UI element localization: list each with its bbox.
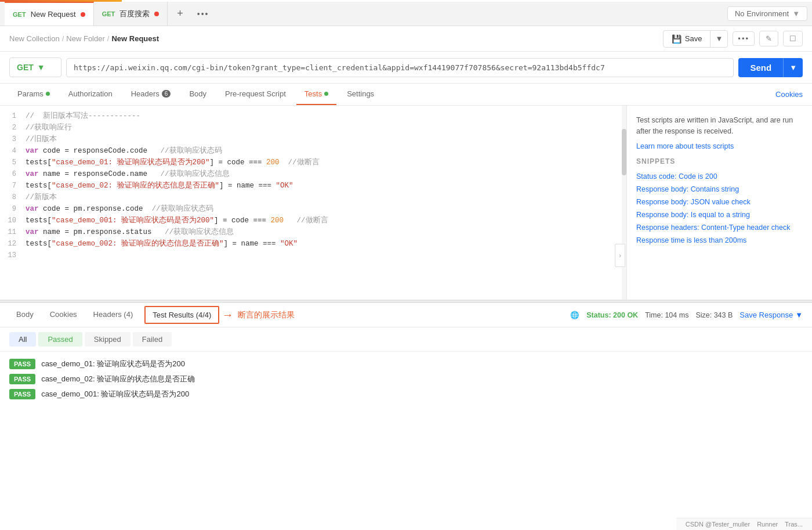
line-content-9: var code = pm.response.code //获取响应状态码: [23, 203, 622, 215]
code-line-2: 2 //获取响应行: [0, 122, 622, 134]
code-line-3: 3 //旧版本: [0, 134, 622, 145]
tab-headers[interactable]: Headers 6: [123, 84, 179, 105]
save-response-button[interactable]: Save Response ▼: [740, 311, 803, 319]
filter-tabs: All Passed Skipped Failed: [0, 327, 812, 352]
snippets-title: SNIPPETS: [636, 157, 803, 165]
pass-badge-2: PASS: [9, 374, 35, 384]
tests-indicator: [324, 92, 328, 96]
line-num-11: 11: [0, 226, 23, 238]
breadcrumb-part2[interactable]: New Folder: [66, 34, 104, 43]
tests-label: Tests: [304, 89, 322, 98]
params-label: Params: [17, 89, 44, 98]
save-label: Save: [685, 34, 702, 43]
globe-icon: 🌐: [570, 311, 579, 319]
line-num-5: 5: [0, 157, 23, 168]
annotation-arrow-icon: →: [222, 308, 233, 322]
filter-skipped[interactable]: Skipped: [85, 332, 130, 347]
filter-failed[interactable]: Failed: [133, 332, 172, 347]
tab-tests[interactable]: Tests: [296, 84, 336, 105]
resp-tab-cookies[interactable]: Cookies: [43, 304, 84, 326]
request-tabs: Params Authorization Headers 6 Body Pre-…: [0, 84, 812, 106]
code-line-13: 13: [0, 250, 622, 261]
tab-body[interactable]: Body: [181, 84, 215, 105]
breadcrumb-part1[interactable]: New Collection: [9, 34, 60, 43]
env-dropdown[interactable]: No Environment ▼: [727, 6, 807, 21]
line-content-2: //获取响应行: [23, 122, 622, 134]
snippet-content-type[interactable]: Response headers: Content-Type header ch…: [636, 221, 803, 234]
prerequest-label: Pre-request Script: [225, 89, 286, 98]
filter-passed[interactable]: Passed: [38, 332, 82, 347]
test-results-list: PASS case_demo_01: 验证响应状态码是否为200 PASS ca…: [0, 352, 812, 411]
send-button[interactable]: Send ▼: [738, 58, 803, 77]
resp-tab-test-results[interactable]: Test Results (4/4): [144, 306, 219, 324]
snippet-response-time[interactable]: Response time is less than 200ms: [636, 234, 803, 247]
authorization-label: Authorization: [68, 89, 113, 98]
code-line-6: 6 var name = responseCode.name //获取响应状态信…: [0, 168, 622, 180]
tab-settings[interactable]: Settings: [339, 84, 382, 105]
headers-label: Headers: [131, 89, 160, 98]
line-num-3: 3: [0, 134, 23, 145]
tab-bar: GET New Request GET 百度搜索 + ••• No Enviro…: [0, 2, 812, 26]
breadcrumb-sep1: /: [62, 34, 64, 43]
comment-button[interactable]: ☐: [783, 31, 803, 46]
line-num-7: 7: [0, 180, 23, 192]
line-content-13: [23, 250, 622, 261]
snippet-body-contains[interactable]: Response body: Contains string: [636, 183, 803, 196]
save-main-button[interactable]: 💾 Save: [664, 31, 711, 47]
line-content-7: tests["case_demo_02: 验证响应的状态信息是否正确"] = n…: [23, 180, 622, 192]
tab-method-badge: GET: [13, 11, 26, 18]
code-editor[interactable]: 1 // 新旧版本写法------------ 2 //获取响应行 3 //旧版…: [0, 106, 622, 300]
snippet-status-code[interactable]: Status code: Code is 200: [636, 170, 803, 183]
tab-label-2: 百度搜索: [119, 9, 150, 19]
tab-authorization[interactable]: Authorization: [60, 84, 121, 105]
new-tab-button[interactable]: +: [172, 5, 188, 22]
tab-unsaved-dot-2: [154, 12, 159, 16]
line-content-6: var name = responseCode.name //获取响应状态信息: [23, 168, 622, 180]
tab-params[interactable]: Params: [9, 84, 58, 105]
line-content-5: tests["case_demo_01: 验证响应状态码是否为200"] = c…: [23, 157, 622, 168]
line-num-10: 10: [0, 215, 23, 226]
line-content-1: // 新旧版本写法------------: [23, 110, 622, 122]
learn-more-link[interactable]: Learn more about tests scripts: [636, 142, 734, 150]
resp-tab-headers[interactable]: Headers (4): [86, 304, 140, 326]
code-line-1: 1 // 新旧版本写法------------: [0, 110, 622, 122]
tab-baidu[interactable]: GET 百度搜索: [94, 2, 168, 26]
save-icon: 💾: [672, 34, 682, 44]
send-dropdown-arrow[interactable]: ▼: [784, 59, 803, 77]
line-content-12: tests["case_demo_002: 验证响应的状态信息是否正确"] = …: [23, 238, 622, 250]
method-arrow-icon: ▼: [37, 63, 45, 72]
code-line-8: 8 //新版本: [0, 192, 622, 203]
tab-actions: + •••: [172, 5, 213, 22]
scrollbar-thumb[interactable]: [622, 129, 626, 175]
code-line-11: 11 var name = pm.response.status //获取响应状…: [0, 226, 622, 238]
panel-collapse-button[interactable]: ›: [615, 244, 625, 267]
right-panel: Test scripts are written in JavaScript, …: [626, 106, 812, 300]
toolbar-more-button[interactable]: •••: [733, 31, 755, 46]
save-response-arrow: ▼: [795, 311, 803, 319]
editor-scrollbar[interactable]: [622, 106, 626, 300]
response-tabs: Body Cookies Headers (4) Test Results (4…: [0, 303, 812, 327]
method-dropdown[interactable]: GET ▼: [9, 57, 61, 77]
test-name-3: case_demo_001: 验证响应状态码是否为200: [41, 389, 189, 399]
url-input[interactable]: [66, 58, 734, 77]
line-num-4: 4: [0, 145, 23, 157]
pass-badge-1: PASS: [9, 359, 35, 369]
test-item-1: PASS case_demo_01: 验证响应状态码是否为200: [9, 359, 803, 369]
tab-new-request[interactable]: GET New Request: [5, 2, 94, 26]
save-button[interactable]: 💾 Save ▼: [663, 30, 728, 48]
line-content-4: var code = responseCode.code //获取响应状态码: [23, 145, 622, 157]
tab-method-badge-2: GET: [102, 10, 115, 17]
code-line-4: 4 var code = responseCode.code //获取响应状态码: [0, 145, 622, 157]
environment-selector: No Environment ▼: [727, 6, 807, 21]
tab-prerequest[interactable]: Pre-request Script: [217, 84, 294, 105]
edit-button[interactable]: ✎: [759, 31, 778, 46]
response-status-bar: 🌐 Status: 200 OK Time: 104 ms Size: 343 …: [570, 311, 803, 319]
snippet-json-value[interactable]: Response body: JSON value check: [636, 196, 803, 208]
test-name-1: case_demo_01: 验证响应状态码是否为200: [41, 359, 185, 369]
snippet-body-equal[interactable]: Response body: Is equal to a string: [636, 208, 803, 221]
resp-tab-body[interactable]: Body: [9, 304, 41, 326]
tab-overflow-button[interactable]: •••: [193, 7, 214, 21]
cookies-link[interactable]: Cookies: [775, 90, 803, 99]
save-dropdown-button[interactable]: ▼: [710, 31, 727, 46]
filter-all[interactable]: All: [9, 332, 36, 347]
